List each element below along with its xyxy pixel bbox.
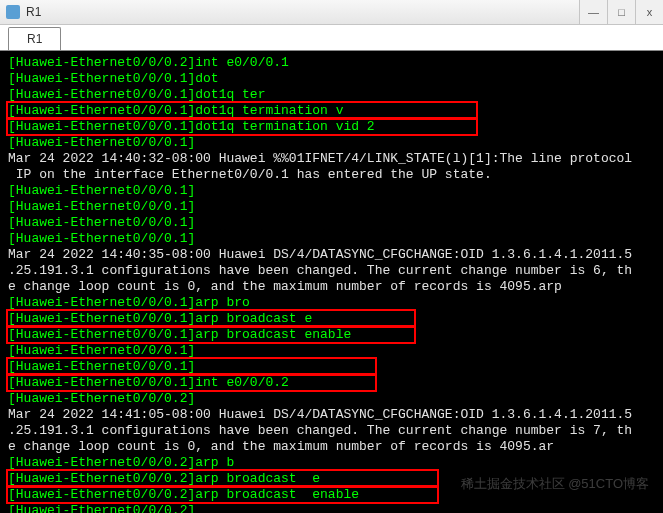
terminal-line: [Huawei-Ethernet0/0/0.1]dot1q terminatio… (8, 103, 655, 119)
terminal-line: Mar 24 2022 14:40:35-08:00 Huawei DS/4/D… (8, 247, 655, 263)
terminal-line: IP on the interface Ethernet0/0/0.1 has … (8, 167, 655, 183)
terminal-line: [Huawei-Ethernet0/0/0.1]dot1q terminatio… (8, 119, 655, 135)
terminal-line: [Huawei-Ethernet0/0/0.1]arp bro (8, 295, 655, 311)
terminal-line: [Huawei-Ethernet0/0/0.1] (8, 215, 655, 231)
maximize-button[interactable]: □ (607, 0, 635, 24)
highlighted-text: [Huawei-Ethernet0/0/0.1]dot1q terminatio… (8, 119, 476, 134)
title-bar: R1 — □ x (0, 0, 663, 25)
tab-bar: R1 (0, 25, 663, 51)
terminal-line: [Huawei-Ethernet0/0/0.1]int e0/0/0.2 (8, 375, 655, 391)
terminal-line: [Huawei-Ethernet0/0/0.1]arp broadcast en… (8, 327, 655, 343)
highlighted-text: [Huawei-Ethernet0/0/0.1]arp broadcast e (8, 311, 414, 326)
terminal-line: [Huawei-Ethernet0/0/0.2]arp b (8, 455, 655, 471)
highlighted-text: [Huawei-Ethernet0/0/0.2]arp broadcast e (8, 471, 437, 486)
terminal-line: Mar 24 2022 14:41:05-08:00 Huawei DS/4/D… (8, 407, 655, 423)
window-title: R1 (26, 5, 41, 19)
minimize-button[interactable]: — (579, 0, 607, 24)
terminal-line: [Huawei-Ethernet0/0/0.2]arp broadcast e (8, 471, 655, 487)
terminal-line: e change loop count is 0, and the maximu… (8, 439, 655, 455)
close-button[interactable]: x (635, 0, 663, 24)
terminal-line: [Huawei-Ethernet0/0/0.1] (8, 183, 655, 199)
terminal-line: .25.191.3.1 configurations have been cha… (8, 263, 655, 279)
terminal-line: .25.191.3.1 configurations have been cha… (8, 423, 655, 439)
highlighted-text: [Huawei-Ethernet0/0/0.1]dot1q terminatio… (8, 103, 476, 118)
terminal-line: [Huawei-Ethernet0/0/0.1] (8, 359, 655, 375)
terminal-line: [Huawei-Ethernet0/0/0.2] (8, 503, 655, 513)
terminal-line: [Huawei-Ethernet0/0/0.1] (8, 199, 655, 215)
terminal-line: Mar 24 2022 14:40:32-08:00 Huawei %%01IF… (8, 151, 655, 167)
app-icon (6, 5, 20, 19)
highlighted-text: [Huawei-Ethernet0/0/0.1]arp broadcast en… (8, 327, 414, 342)
terminal-line: [Huawei-Ethernet0/0/0.1] (8, 343, 655, 359)
highlighted-text: [Huawei-Ethernet0/0/0.1]int e0/0/0.2 (8, 375, 375, 390)
window-controls: — □ x (579, 0, 663, 24)
terminal-line: [Huawei-Ethernet0/0/0.2]arp broadcast en… (8, 487, 655, 503)
terminal-line: [Huawei-Ethernet0/0/0.1] (8, 135, 655, 151)
terminal-line: [Huawei-Ethernet0/0/0.1]arp broadcast e (8, 311, 655, 327)
highlighted-text: [Huawei-Ethernet0/0/0.1] (8, 359, 375, 374)
terminal-line: e change loop count is 0, and the maximu… (8, 279, 655, 295)
terminal-line: [Huawei-Ethernet0/0/0.2] (8, 391, 655, 407)
terminal-line: [Huawei-Ethernet0/0/0.1]dot1q ter (8, 87, 655, 103)
terminal-line: [Huawei-Ethernet0/0/0.1] (8, 231, 655, 247)
terminal-line: [Huawei-Ethernet0/0/0.1]dot (8, 71, 655, 87)
terminal-line: [Huawei-Ethernet0/0/0.2]int e0/0/0.1 (8, 55, 655, 71)
tab-r1[interactable]: R1 (8, 27, 61, 50)
highlighted-text: [Huawei-Ethernet0/0/0.2]arp broadcast en… (8, 487, 437, 502)
terminal-output[interactable]: [Huawei-Ethernet0/0/0.2]int e0/0/0.1[Hua… (0, 51, 663, 513)
